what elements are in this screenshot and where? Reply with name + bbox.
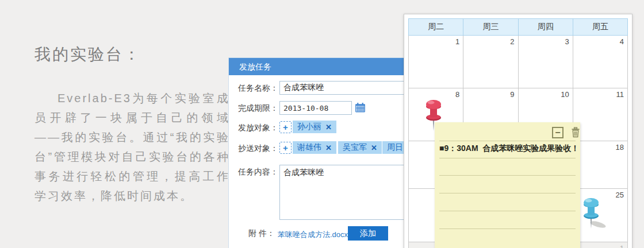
page: 我的实验台： Everlab-E3为每个实验室成员开辟了一块属于自己的领域——我…: [0, 0, 644, 248]
calendar-day-cell[interactable]: 18: [573, 141, 627, 189]
calendar-header-cell: 周二: [409, 19, 463, 36]
deadline-input[interactable]: [279, 101, 352, 115]
task-content-textarea[interactable]: 合成苯咪唑: [279, 165, 415, 220]
cc-name: 谢雄伟: [297, 142, 321, 153]
cc-tag[interactable]: 谢雄伟 ✕: [293, 141, 336, 154]
note-rule: [439, 141, 576, 141]
assignee-name: 孙小丽: [297, 122, 321, 132]
calendar-day-cell[interactable]: 11: [573, 88, 627, 141]
trash-icon: [571, 127, 580, 138]
note-rule: [439, 228, 576, 229]
delete-note-button[interactable]: [571, 127, 580, 138]
content-label: 任务内容：: [238, 167, 278, 177]
add-attachment-button[interactable]: 添加: [348, 226, 388, 241]
remove-icon[interactable]: ✕: [325, 123, 332, 131]
intro-section: 我的实验台： Everlab-E3为每个实验室成员开辟了一块属于自己的领域——我…: [34, 44, 230, 206]
add-cc-button[interactable]: +: [279, 142, 292, 154]
note-text: ■9：30AM 合成苯咪唑实验成果验收！: [439, 144, 579, 154]
minimize-note-button[interactable]: −: [552, 127, 564, 138]
task-dialog: 发放任务 任务名称： 完成期限： 发放对象： +: [228, 57, 425, 248]
cc-label: 抄送对象：: [238, 144, 278, 154]
assignee-tag[interactable]: 孙小丽 ✕: [293, 121, 336, 133]
note-rule: [439, 193, 576, 193]
calendar-header-cell: 周五: [573, 19, 627, 36]
calendar-header-cell: 周三: [463, 19, 518, 36]
calendar-day-cell[interactable]: 1: [573, 242, 627, 248]
remove-icon[interactable]: ✕: [371, 144, 377, 152]
calendar-day-cell[interactable]: 3: [518, 36, 573, 88]
note-rule: [439, 158, 576, 158]
calendar-day-cell[interactable]: 4: [573, 36, 627, 88]
task-name-label: 任务名称：: [238, 83, 278, 94]
cc-name: 吴宝军: [343, 142, 367, 153]
intro-paragraph: Everlab-E3为每个实验室成员开辟了一块属于自己的领域——我的实验台。通过…: [34, 88, 230, 206]
task-name-input[interactable]: [279, 81, 415, 95]
remove-icon[interactable]: ✕: [325, 144, 332, 152]
page-title: 我的实验台：: [34, 44, 230, 65]
plus-icon: +: [283, 143, 288, 153]
datepicker-icon[interactable]: [355, 102, 366, 113]
sticky-note[interactable]: − ■9：30AM 合成苯咪唑实验成果验收！: [435, 122, 580, 248]
calendar-day-cell[interactable]: 1: [409, 36, 463, 88]
note-rule: [439, 211, 576, 211]
calendar-day-cell[interactable]: 2: [463, 36, 518, 88]
add-assignee-button[interactable]: +: [279, 121, 292, 133]
note-rule: [439, 175, 576, 176]
calendar-header-cell: 周四: [518, 19, 573, 36]
attachment-link[interactable]: 苯咪唑合成方法.docx: [278, 230, 348, 240]
cc-tag[interactable]: 吴宝军 ✕: [338, 141, 382, 154]
minus-icon: −: [555, 127, 560, 138]
cc-name: 周日: [387, 142, 403, 153]
dialog-title: 发放任务: [229, 58, 424, 75]
blue-pushpin-icon: [581, 196, 607, 231]
assignees-label: 发放对象：: [238, 123, 278, 133]
attachment-label: 附 件：: [248, 228, 275, 239]
deadline-label: 完成期限：: [238, 103, 278, 114]
plus-icon: +: [283, 122, 288, 132]
